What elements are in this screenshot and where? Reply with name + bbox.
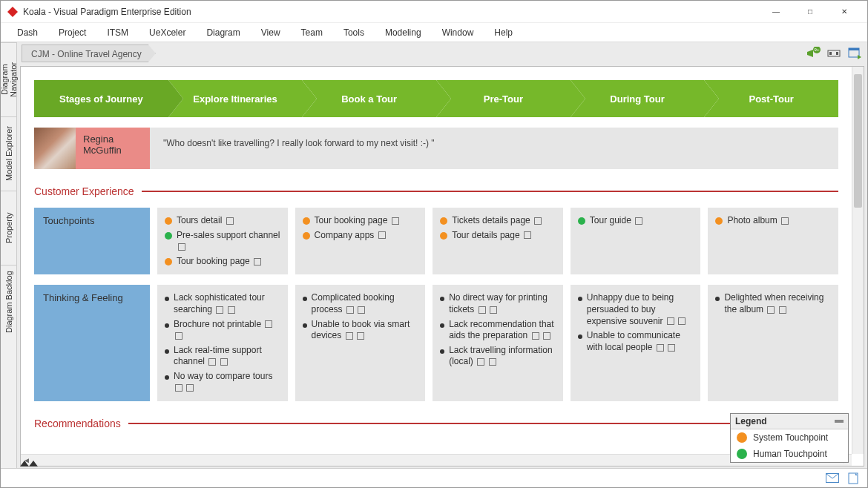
open-reference-icon[interactable] [254,258,261,266]
note-icon[interactable] [667,317,674,325]
panel-resize-handle[interactable] [20,461,38,466]
menu-dash[interactable]: Dash [7,24,48,41]
minimize-button[interactable]: — [759,1,793,23]
touchpoint-cell[interactable]: Tour booking page Company apps [295,208,426,274]
menu-project[interactable]: Project [48,24,96,41]
touchpoint-cell[interactable]: Tickets details page Tour details page [433,208,563,274]
open-reference-icon[interactable] [392,217,399,225]
thinking-item[interactable]: Lack sophisticated tour searching [165,291,280,317]
open-reference-icon[interactable] [668,344,675,352]
note-icon[interactable] [175,384,183,392]
vertical-scrollbar[interactable] [852,67,864,454]
thinking-cell[interactable]: No direct way for printing tickets Lack … [433,285,563,401]
breadcrumb-item[interactable]: CJM - Online Travel Agency [22,44,156,62]
open-reference-icon[interactable] [226,217,234,225]
open-reference-icon[interactable] [534,217,542,225]
stage-post-tour[interactable]: Post-Tour [704,80,838,117]
open-reference-icon[interactable] [220,358,228,366]
stage-during-tour[interactable]: During Tour [571,80,705,117]
mail-icon[interactable] [826,472,839,484]
lane-label-touchpoints[interactable]: Touchpoints [34,208,150,274]
open-reference-icon[interactable] [489,358,496,366]
document-icon[interactable] [846,472,860,484]
side-tab-model-explorer[interactable]: Model Explorer [1,116,16,191]
stage-book[interactable]: Book a Tour [302,80,436,117]
side-tab-diagram-backlog[interactable]: Diagram Backlog [1,265,16,339]
open-reference-icon[interactable] [779,306,786,314]
open-reference-icon[interactable] [635,217,642,225]
thinking-item[interactable]: No direct way for printing tickets [440,291,556,317]
stage-header[interactable]: Stages of Journey [34,80,168,117]
menu-view[interactable]: View [251,24,291,41]
note-icon[interactable] [479,306,486,314]
horizontal-scrollbar[interactable]: ◄ ► [21,454,852,466]
open-reference-icon[interactable] [228,306,235,314]
open-reference-icon[interactable] [357,332,364,340]
menu-itsm[interactable]: ITSM [96,24,139,41]
scrollbar-thumb[interactable] [854,74,862,208]
layout-icon[interactable] [826,46,842,61]
menu-help[interactable]: Help [484,24,523,41]
touchpoint-item[interactable]: Tour booking page [165,254,280,269]
note-icon[interactable] [216,306,223,314]
menu-tools[interactable]: Tools [333,24,375,41]
thinking-item[interactable]: Complicated booking process [303,291,418,317]
menu-modeling[interactable]: Modeling [375,24,432,41]
switch-diagram-icon[interactable] [846,46,863,61]
menu-team[interactable]: Team [291,24,333,41]
thinking-item[interactable]: Lack travelling information (local) [440,343,556,369]
note-icon[interactable] [346,332,353,340]
note-icon[interactable] [265,320,272,328]
touchpoint-item[interactable]: Tour details page [440,228,556,243]
touchpoint-item[interactable]: Tour booking page [303,214,418,228]
touchpoint-cell[interactable]: Tour guide [571,208,701,274]
thinking-cell[interactable]: Complicated booking process Unable to bo… [295,285,426,401]
open-reference-icon[interactable] [490,306,497,314]
thinking-item[interactable]: Brochure not printable [165,317,280,343]
thinking-cell[interactable]: Lack sophisticated tour searching Brochu… [157,285,288,401]
touchpoint-item[interactable]: Tour guide [578,214,694,228]
touchpoint-item[interactable]: Tickets details page [440,214,556,228]
open-reference-icon[interactable] [358,306,365,314]
note-icon[interactable] [532,332,539,340]
open-reference-icon[interactable] [781,217,789,225]
thinking-item[interactable]: Unable to communicate with local people [578,329,694,355]
diagram-canvas[interactable]: Stages of Journey Explore Itineraries Bo… [20,66,864,466]
thinking-item[interactable]: Unable to book via smart devices [303,317,418,343]
note-icon[interactable] [346,306,354,314]
lane-label-thinking[interactable]: Thinking & Feeling [34,285,150,401]
legend-panel[interactable]: Legend System TouchpointHuman Touchpoint [730,413,849,463]
thinking-item[interactable]: Lack real-time support channel [165,343,280,369]
announce-icon[interactable]: 9+ [805,46,821,61]
note-icon[interactable] [657,344,664,352]
thinking-item[interactable]: Lack recommendation that aids the prepar… [440,317,556,343]
touchpoint-item[interactable]: Photo album [715,214,831,228]
thinking-item[interactable]: Delighted when receiving the album [715,291,831,317]
open-reference-icon[interactable] [543,332,550,340]
side-tab-diagram-navigator[interactable]: Diagram Navigator [1,42,16,116]
persona-card[interactable]: Regina McGuffin [34,128,150,169]
open-reference-icon[interactable] [678,317,685,325]
thinking-item[interactable]: Unhappy due to being persuaded to buy ex… [578,291,694,329]
open-reference-icon[interactable] [186,384,194,392]
stage-explore[interactable]: Explore Itineraries [168,80,303,117]
note-icon[interactable] [767,306,775,314]
note-icon[interactable] [208,358,216,366]
open-reference-icon[interactable] [175,332,183,340]
menu-window[interactable]: Window [432,24,484,41]
legend-header[interactable]: Legend [731,414,848,429]
menu-uexceler[interactable]: UeXceler [139,24,196,41]
touchpoint-cell[interactable]: Photo album [708,208,838,274]
open-reference-icon[interactable] [524,231,531,239]
legend-item[interactable]: System Touchpoint [731,429,848,446]
touchpoint-item[interactable]: Pre-sales support channel [165,228,280,254]
thinking-item[interactable]: No way to compare tours [165,369,280,395]
open-reference-icon[interactable] [378,231,386,239]
open-reference-icon[interactable] [178,243,185,251]
touchpoint-cell[interactable]: Tours detail Pre-sales support channel T… [157,208,288,274]
touchpoint-item[interactable]: Tours detail [165,214,280,228]
legend-minimize-icon[interactable] [835,420,844,423]
thinking-cell[interactable]: Unhappy due to being persuaded to buy ex… [571,285,701,401]
thinking-cell[interactable]: Delighted when receiving the album [708,285,838,401]
side-tab-property[interactable]: Property [1,191,16,265]
